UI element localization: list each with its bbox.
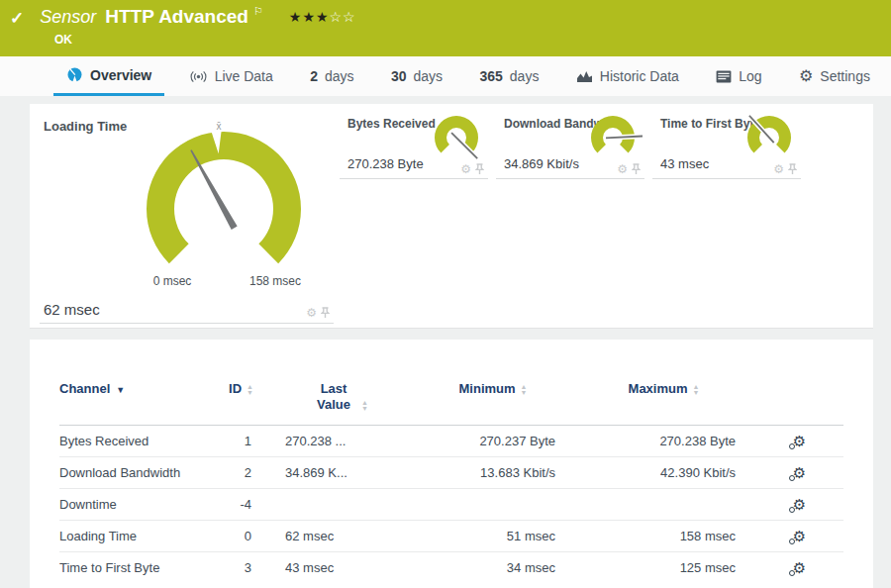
channel-actions-cell: ⚙: [755, 426, 843, 457]
channel-last-value-cell: [265, 489, 414, 521]
channel-name-cell[interactable]: Time to First Byte: [59, 552, 226, 584]
tab-365-days[interactable]: 365 days: [466, 56, 551, 96]
gauge-min-label: 0 msec: [153, 274, 192, 288]
channel-last-value-cell: 270.238 ...: [265, 426, 414, 457]
channel-minimum-cell: 13.683 Kbit/s: [414, 457, 572, 489]
channel-last-value-cell: 43 msec: [265, 552, 414, 584]
gauge-icon: [66, 66, 83, 83]
tab-historic-data-label: Historic Data: [600, 68, 679, 84]
sensor-overview-page: ✓ Sensor HTTP Advanced ⚐ ★★★☆☆ OK Overvi…: [0, 0, 891, 588]
pin-icon[interactable]: [475, 163, 484, 175]
bytes-received-value: 270.238 Byte: [347, 156, 424, 171]
channel-settings-icon[interactable]: ⚙: [793, 497, 806, 512]
flag-icon[interactable]: ⚐: [253, 5, 263, 18]
tab-historic-data[interactable]: Historic Data: [563, 56, 692, 96]
channel-actions-cell: ⚙: [755, 457, 843, 489]
tile-corner-actions: ⚙: [617, 163, 641, 175]
loading-time-gauge: x̄ 0 msec 158 msec: [135, 122, 313, 292]
download-bandwidth-gauge: [583, 114, 643, 163]
tab-settings-label: Settings: [820, 68, 870, 84]
tab-2-days[interactable]: 2 days: [297, 56, 366, 96]
time-to-first-byte-gauge: [740, 114, 799, 163]
channel-id-cell: 2: [226, 457, 265, 489]
channel-settings-icon[interactable]: ⚙: [793, 434, 806, 448]
tile-settings-icon[interactable]: ⚙: [617, 163, 628, 175]
channels-table: Channel▼ ID▲▼ Last Value▲▼ Minimum▲▼ Max…: [59, 375, 843, 584]
channel-name-cell[interactable]: Downtime: [59, 489, 226, 521]
channel-name-cell[interactable]: Loading Time: [59, 521, 226, 552]
pin-icon[interactable]: [632, 163, 641, 175]
status-badge: OK: [54, 33, 72, 47]
column-header-minimum[interactable]: Minimum▲▼: [414, 375, 572, 426]
channel-settings-icon[interactable]: ⚙: [793, 529, 806, 543]
live-data-icon: [189, 70, 208, 83]
log-list-icon: [716, 70, 732, 83]
channel-name-cell[interactable]: Download Bandwidth: [59, 457, 226, 489]
sensor-kind-label: Sensor: [40, 7, 96, 28]
channel-id-cell: -4: [226, 489, 265, 521]
stars-empty: ☆☆: [329, 9, 355, 25]
column-header-id[interactable]: ID▲▼: [226, 375, 265, 426]
channel-settings-icon[interactable]: ⚙: [793, 465, 806, 480]
tab-settings[interactable]: ⚙ Settings: [786, 56, 883, 96]
channel-minimum-cell: [414, 489, 572, 521]
sort-desc-icon: ▼: [116, 385, 125, 395]
sensor-header: ✓ Sensor HTTP Advanced ⚐ ★★★☆☆ OK: [0, 0, 891, 56]
channels-table-body: Bytes Received 1 270.238 ... 270.237 Byt…: [59, 426, 843, 584]
column-header-last-value[interactable]: Last Value▲▼: [265, 375, 414, 426]
tab-30-days-number: 30: [391, 68, 407, 84]
table-row[interactable]: Loading Time 0 62 msec 51 msec 158 msec …: [59, 521, 843, 552]
loading-time-tile: Loading Time x̄ 0 msec 158 msec 62 msec …: [40, 112, 334, 324]
tile-settings-icon[interactable]: ⚙: [306, 307, 317, 319]
channel-name-cell[interactable]: Bytes Received: [59, 426, 226, 457]
pin-icon[interactable]: [788, 163, 797, 175]
sort-icon: ▲▼: [693, 384, 700, 396]
channel-maximum-cell: [572, 489, 755, 521]
channel-id-cell: 0: [226, 521, 265, 552]
pin-icon[interactable]: [321, 307, 330, 319]
channel-actions-cell: ⚙: [755, 552, 843, 584]
tab-log[interactable]: Log: [703, 56, 774, 96]
priority-stars[interactable]: ★★★☆☆: [289, 9, 356, 25]
bytes-received-gauge: [427, 114, 486, 163]
tile-settings-icon[interactable]: ⚙: [460, 163, 471, 175]
sensor-header-row: ✓ Sensor HTTP Advanced ⚐ ★★★☆☆: [0, 0, 891, 29]
table-row[interactable]: Downtime -4 ⚙: [59, 489, 843, 521]
tab-2-days-number: 2: [310, 68, 318, 84]
column-header-maximum[interactable]: Maximum▲▼: [572, 375, 755, 426]
channel-maximum-cell: 42.390 Kbit/s: [572, 457, 755, 489]
download-bandwidth-tile: Download Bandwidth 34.869 Kbit/s ⚙: [496, 112, 644, 179]
column-header-channel[interactable]: Channel▼: [59, 375, 226, 426]
table-row[interactable]: Time to First Byte 3 43 msec 34 msec 125…: [59, 552, 843, 584]
channel-minimum-cell: 34 msec: [414, 552, 572, 584]
mean-symbol: x̄: [217, 122, 222, 132]
tab-log-label: Log: [739, 68, 761, 84]
channel-actions-cell: ⚙: [755, 489, 843, 521]
tab-overview[interactable]: Overview: [53, 56, 164, 96]
tab-365-days-label: days: [510, 68, 540, 84]
tab-30-days-label: days: [414, 68, 444, 84]
tab-bar: Overview Live Data 2 days 30 days 365 da…: [0, 56, 891, 96]
channel-minimum-cell: 270.237 Byte: [414, 426, 572, 457]
tab-30-days[interactable]: 30 days: [378, 56, 455, 96]
column-header-actions: [755, 375, 843, 426]
tile-settings-icon[interactable]: ⚙: [773, 163, 784, 175]
channels-panel: Channel▼ ID▲▼ Last Value▲▼ Minimum▲▼ Max…: [30, 340, 873, 588]
tab-live-data[interactable]: Live Data: [176, 56, 286, 96]
channel-settings-icon[interactable]: ⚙: [793, 560, 806, 575]
download-bandwidth-value: 34.869 Kbit/s: [504, 156, 579, 171]
tab-overview-label: Overview: [90, 67, 151, 83]
channel-id-cell: 1: [226, 426, 265, 457]
tab-live-data-label: Live Data: [215, 68, 273, 84]
tile-corner-actions: ⚙: [460, 163, 484, 175]
tile-corner-actions: ⚙: [773, 163, 797, 175]
channel-maximum-cell: 125 msec: [572, 552, 755, 584]
table-row[interactable]: Bytes Received 1 270.238 ... 270.237 Byt…: [59, 426, 843, 457]
sort-icon: ▲▼: [361, 400, 368, 412]
table-row[interactable]: Download Bandwidth 2 34.869 K... 13.683 …: [59, 457, 843, 489]
column-header-minimum-label: Minimum: [459, 381, 516, 396]
sort-icon: ▲▼: [247, 384, 253, 396]
gauges-panel: Loading Time x̄ 0 msec 158 msec 62 msec …: [30, 104, 873, 329]
tab-2-days-label: days: [325, 68, 354, 84]
channel-maximum-cell: 270.238 Byte: [572, 426, 755, 457]
